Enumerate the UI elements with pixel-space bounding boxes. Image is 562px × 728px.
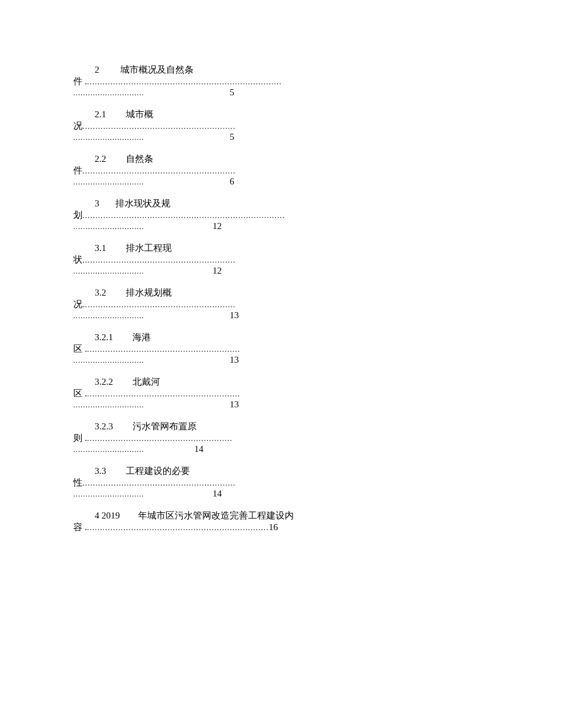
toc-line-dots: 状 ......................................… [73,254,489,266]
toc-line-title: 2.2自然条 [73,153,489,165]
toc-leader-dots: ............................. [73,222,144,231]
toc-entry: 3.3工程建设的必要性 ............................… [73,465,489,499]
toc-leader-dots: ............................. [73,356,144,365]
toc-page-number: 14 [194,444,203,454]
toc-continuation: 容 . [73,522,87,533]
toc-line-dots: 区 . ....................................… [73,388,489,399]
toc-line-title: 2.1城市概 [73,109,489,120]
toc-title: 排水规划概 [126,287,172,299]
toc-title: 城市概 [126,109,153,120]
toc-line-title: 4 2019年城市区污水管网改造完善工程建设内 [73,510,489,522]
toc-title: 年城市区污水管网改造完善工程建设内 [138,510,294,522]
toc-leader-dots: ............................. [73,178,144,187]
toc-line-page: .............................12 [73,266,489,276]
toc-continuation: 性 [73,477,82,489]
toc-number: 4 2019 [95,511,120,521]
toc-leader-dots: ........................................… [82,211,285,220]
toc-number: 3.2.2 [95,377,113,387]
toc-line-dots: 况 ......................................… [73,299,489,310]
toc-entry: 4 2019年城市区污水管网改造完善工程建设内容 . .............… [73,510,489,533]
toc-page-number: 16 [269,522,278,533]
toc-line-page: .............................13 [73,399,489,410]
toc-title: 自然条 [126,153,153,165]
toc-continuation: 则 . [73,432,87,444]
toc-line-page: .............................14 [73,444,489,454]
toc-line-page: .............................5 [73,132,489,142]
toc-line-page: 容 . ....................................… [73,522,489,533]
toc-line-title: 3.2.3污水管网布置原 [73,421,489,432]
toc-continuation: 状 [73,254,82,266]
toc-continuation: 区 . [73,388,87,399]
toc-line-page: .............................13 [73,310,489,321]
toc-title: 北戴河 [133,376,160,388]
toc-leader-dots: ........................................… [82,478,236,488]
toc-line-title: 3.2.1海港 [73,332,489,343]
toc-entry: 3排水现状及规划................................… [73,198,489,231]
toc-leader-dots: ............................. [73,133,144,142]
toc-number: 3.3 [95,466,106,476]
toc-number: 2.1 [95,109,106,120]
toc-page-number: 5 [230,87,235,98]
toc-title: 排水工程现 [126,242,172,254]
toc-leader-dots: ............................. [73,490,144,499]
toc-page-number: 12 [213,221,222,231]
toc-leader-dots: ............................. [73,445,144,454]
toc-line-page: .............................13 [73,355,489,365]
toc-line-dots: 则 . ....................................… [73,432,489,444]
toc-entry: 3.2.1海港区 . .............................… [73,332,489,365]
toc-leader-dots: ........................................… [87,77,282,87]
toc-number: 3.2.3 [95,421,113,432]
toc-line-title: 2城市概况及自然条 [73,64,489,76]
toc-line-title: 3排水现状及规 [73,198,489,209]
toc-line-title: 3.3工程建设的必要 [73,465,489,477]
toc-continuation: 件 [73,165,82,177]
toc-line-dots: 件 . ....................................… [73,76,489,87]
toc-page-number: 5 [230,132,235,142]
toc-number: 3.1 [95,243,106,253]
toc-entry: 2城市概况及自然条件 . ...........................… [73,64,489,98]
toc-leader-dots: ........................................… [87,389,241,399]
toc-line-dots: 性 ......................................… [73,477,489,489]
toc-leader-dots: ........................................… [82,166,236,176]
toc-continuation: 件 . [73,76,87,87]
toc-title: 排水现状及规 [115,198,170,209]
toc-page-number: 13 [230,310,239,321]
toc-leader-dots: ............................. [73,267,144,276]
toc-line-page: .............................5 [73,87,489,98]
toc-continuation: 区 . [73,343,87,355]
toc-line-dots: 况 ......................................… [73,120,489,132]
toc-entry: 3.1排水工程现状 ..............................… [73,242,489,276]
toc-line-page: .............................12 [73,221,489,231]
toc-title: 海港 [133,332,151,343]
toc-leader-dots: ............................. [73,401,144,410]
toc-line-dots: 区 . ....................................… [73,343,489,355]
toc-leader-dots: ............................. [73,89,144,98]
toc-number: 3.2 [95,288,106,298]
toc-line-title: 3.2.2北戴河 [73,376,489,388]
toc-entry: 3.2.3污水管网布置原则 . ........................… [73,421,489,454]
toc-page-number: 13 [230,399,239,410]
toc-continuation: 划 [73,209,82,221]
toc-continuation: 况 [73,299,82,310]
toc-line-page: .............................14 [73,489,489,499]
toc-leader-dots: ........................................… [87,344,241,354]
toc-title: 城市概况及自然条 [120,64,194,76]
toc-leader-dots: ........................................… [82,255,236,265]
toc-entry: 2.2自然条件 ................................… [73,153,489,187]
toc-leader-dots: ............................. [73,311,144,321]
toc-number: 2.2 [95,154,106,164]
toc-number: 3 [95,198,100,209]
toc-leader-dots: ........................................… [87,434,233,443]
toc-entry: 3.2排水规划概况 ..............................… [73,287,489,321]
toc-entry: 2.1城市概况 ................................… [73,109,489,142]
toc-leader-dots: ........................................… [87,523,269,533]
toc-leader-dots: ........................................… [82,122,236,131]
toc-entry: 3.2.2北戴河区 . ............................… [73,376,489,410]
toc-number: 3.2.1 [95,332,113,343]
toc-page-number: 14 [213,489,222,499]
toc-line-dots: 划.......................................… [73,209,489,221]
toc-line-page: .............................6 [73,177,489,187]
toc-page-number: 12 [213,266,222,276]
toc-page-number: 6 [230,177,235,187]
toc-page-number: 13 [230,355,239,365]
